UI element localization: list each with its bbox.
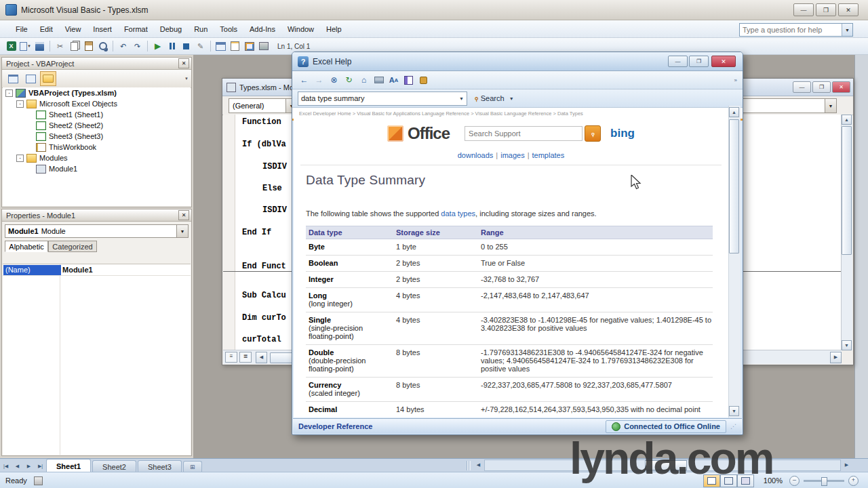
search-button[interactable]: Search — [481, 94, 505, 102]
scrollbar-thumb[interactable] — [729, 119, 739, 253]
find-icon[interactable] — [97, 41, 108, 52]
scroll-left-icon[interactable]: ◀ — [473, 460, 484, 470]
view-code-button[interactable] — [5, 71, 21, 86]
restore-button[interactable]: ❐ — [816, 3, 836, 16]
break-icon[interactable] — [166, 41, 178, 52]
back-icon[interactable]: ← — [298, 74, 311, 86]
property-value-cell[interactable]: Module1 — [62, 265, 93, 275]
tree-item-module1[interactable]: Module1 — [3, 163, 191, 174]
connection-status-button[interactable]: Connected to Office Online — [606, 420, 726, 433]
support-search-button[interactable]: ⌕ — [585, 125, 601, 142]
scroll-up-icon[interactable]: ▲ — [842, 115, 852, 125]
cut-icon[interactable]: ✂ — [54, 41, 66, 52]
scroll-down-icon[interactable]: ▼ — [842, 340, 852, 350]
tree-item-modules[interactable]: - Modules — [3, 152, 191, 163]
tree-item-vbaproject[interactable]: - VBAProject (Types.xlsm) — [3, 87, 191, 98]
menu-view[interactable]: View — [59, 22, 87, 36]
zoom-slider[interactable]: – + — [789, 476, 859, 486]
close-button[interactable]: ✕ — [711, 56, 736, 67]
support-search-box[interactable] — [465, 126, 583, 141]
tree-item-thisworkbook[interactable]: ThisWorkbook — [3, 142, 191, 152]
tree-item-sheet2[interactable]: Sheet2 (Sheet2) — [3, 120, 191, 131]
help-search-box[interactable]: ▼ — [298, 92, 467, 106]
next-sheet-icon[interactable]: ▶ — [24, 461, 34, 471]
close-icon[interactable]: ✕ — [178, 210, 189, 220]
scroll-right-icon[interactable]: ▶ — [830, 352, 842, 363]
show-toc-icon[interactable] — [402, 74, 415, 86]
change-font-size-icon[interactable]: AA — [387, 74, 400, 86]
chevron-down-icon[interactable]: ▼ — [176, 225, 188, 237]
question-help-combobox[interactable]: ▼ — [739, 23, 853, 37]
procedure-view-button[interactable]: ≡ — [225, 352, 237, 363]
zoom-thumb[interactable] — [821, 477, 827, 486]
copy-icon[interactable] — [68, 41, 80, 52]
menu-insert[interactable]: Insert — [87, 22, 118, 36]
chevron-down-icon[interactable]: ▼ — [825, 99, 836, 113]
chevron-down-icon[interactable]: ▼ — [507, 96, 517, 101]
redo-icon[interactable]: ↷ — [132, 41, 143, 52]
first-sheet-icon[interactable]: |◀ — [1, 461, 11, 471]
breadcrumb[interactable]: Excel Developer Home > Visual Basic for … — [299, 110, 583, 117]
run-icon[interactable]: ▶ — [152, 41, 163, 52]
scrollbar-thumb[interactable] — [842, 126, 852, 255]
design-mode-icon[interactable]: ✎ — [195, 41, 206, 52]
maximize-button[interactable]: ❐ — [689, 56, 709, 67]
undo-icon[interactable]: ↶ — [117, 41, 129, 52]
view-excel-icon[interactable]: X — [5, 41, 17, 52]
code-vertical-scrollbar[interactable]: ▲ ▼ — [841, 115, 852, 350]
insert-worksheet-tab[interactable]: ⊞ — [183, 461, 202, 472]
chevron-down-icon[interactable]: ▼ — [842, 24, 852, 36]
object-browser-icon[interactable] — [243, 41, 255, 52]
home-icon[interactable]: ⌂ — [357, 74, 370, 86]
bing-logo[interactable]: bing — [610, 127, 635, 140]
menu-debug[interactable]: Debug — [154, 22, 188, 36]
question-help-input[interactable] — [740, 26, 842, 34]
tab-alphabetic[interactable]: Alphabetic — [5, 241, 48, 252]
scroll-left-icon[interactable]: ◀ — [256, 352, 267, 363]
menu-tools[interactable]: Tools — [214, 22, 243, 36]
tab-categorized[interactable]: Categorized — [48, 241, 97, 252]
paste-icon[interactable] — [83, 41, 94, 52]
toggle-folders-button[interactable] — [40, 71, 56, 86]
keep-on-top-icon[interactable] — [417, 74, 430, 86]
templates-link[interactable]: templates — [532, 151, 565, 159]
forward-icon[interactable]: → — [313, 74, 326, 86]
full-module-view-button[interactable]: ≣ — [239, 352, 252, 363]
toolbar-options-chevron-icon[interactable]: » — [734, 77, 737, 83]
object-combobox[interactable]: (General) ▼ — [229, 98, 298, 113]
property-name-cell[interactable]: (Name) — [3, 265, 61, 275]
refresh-icon[interactable]: ↻ — [342, 74, 355, 86]
tree-item-sheet3[interactable]: Sheet3 (Sheet3) — [3, 131, 191, 142]
close-button[interactable]: ✕ — [838, 3, 859, 16]
macro-record-icon[interactable] — [34, 476, 43, 485]
help-vertical-scrollbar[interactable]: ▲ ▼ — [728, 106, 741, 418]
sheet-tab-sheet1[interactable]: Sheet1 — [46, 459, 91, 472]
scroll-right-icon[interactable]: ▶ — [842, 460, 852, 470]
downloads-link[interactable]: downloads — [458, 151, 494, 159]
print-icon[interactable] — [372, 74, 385, 86]
close-button[interactable]: ✕ — [832, 81, 850, 93]
minimize-button[interactable]: — — [793, 3, 814, 16]
reset-icon[interactable] — [180, 41, 192, 52]
project-explorer-icon[interactable] — [215, 41, 226, 52]
zoom-track[interactable] — [804, 480, 844, 482]
menu-addins[interactable]: Add-Ins — [243, 22, 281, 36]
panel-overflow-chevron-icon[interactable]: ▼ — [184, 77, 191, 81]
minimize-button[interactable]: — — [793, 81, 811, 93]
tree-item-excel-objects[interactable]: - Microsoft Excel Objects — [3, 98, 191, 109]
chevron-down-icon[interactable]: ▼ — [456, 92, 467, 105]
properties-window-icon[interactable] — [229, 41, 241, 52]
tab-split-handle[interactable] — [467, 461, 471, 470]
toolbox-icon[interactable] — [258, 41, 269, 52]
collapse-icon[interactable]: - — [16, 155, 24, 162]
restore-button[interactable]: ❐ — [812, 81, 831, 93]
data-types-link[interactable]: data types — [441, 209, 475, 218]
help-search-input[interactable] — [298, 94, 456, 102]
resize-grip-icon[interactable]: ⋰ — [730, 423, 736, 430]
zoom-in-icon[interactable]: + — [848, 476, 859, 486]
sheet-tab-sheet2[interactable]: Sheet2 — [92, 460, 136, 472]
zoom-out-icon[interactable]: – — [789, 476, 800, 486]
sheet-tab-sheet3[interactable]: Sheet3 — [138, 460, 182, 472]
support-search-input[interactable] — [465, 129, 582, 138]
menu-format[interactable]: Format — [118, 22, 154, 36]
